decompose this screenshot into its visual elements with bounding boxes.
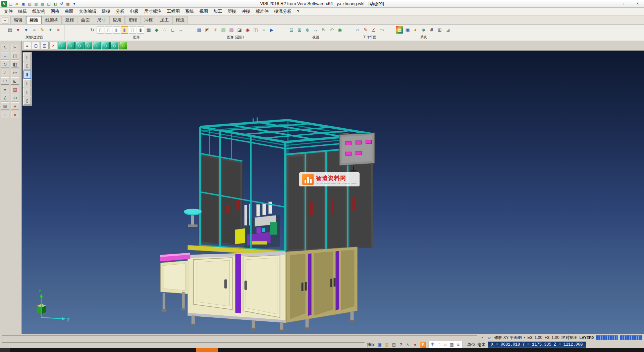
menu-item[interactable]: 建模 — [99, 8, 113, 15]
menu-item[interactable]: 塑模 — [225, 8, 239, 15]
menu-item[interactable]: ? — [294, 9, 302, 14]
rendered-cylinder-icon[interactable]: ▮ — [121, 26, 128, 34]
single-view-icon[interactable]: ▢ — [32, 42, 40, 49]
sogou-ime-icon[interactable]: S — [420, 342, 426, 348]
distance-icon[interactable]: ↤ — [11, 94, 19, 101]
trim-icon[interactable]: ∕ — [1, 69, 9, 76]
globe-icon[interactable]: ◐ — [412, 26, 419, 34]
workplane-icon[interactable]: ▱ — [354, 26, 361, 34]
pan-icon[interactable]: ↔ — [312, 26, 319, 34]
group-icon[interactable]: ⊞ — [1, 102, 9, 110]
shadows-icon[interactable]: ◪ — [236, 26, 243, 34]
view-cube-left-icon[interactable]: ◇ — [84, 42, 92, 49]
taskbar-start-fragment[interactable] — [0, 348, 10, 352]
view-cube-top-icon[interactable]: ◇ — [102, 42, 110, 49]
animation-icon[interactable]: ▶ — [268, 26, 275, 34]
menu-item[interactable]: 工程图 — [164, 8, 182, 15]
regen-icon[interactable]: ↻ — [89, 26, 96, 34]
view-cube-front-icon[interactable]: ◇ — [67, 42, 75, 49]
cylinder-select-icon[interactable]: ▮ — [23, 71, 31, 79]
modify-view-dropdown-icon[interactable]: ▾ — [524, 336, 526, 339]
print-status-icon[interactable]: ▤ — [391, 342, 397, 348]
move-icon[interactable]: ↔ — [1, 52, 9, 59]
view-cube-iso-icon[interactable]: ◇ — [58, 42, 66, 49]
clipboard-5-icon[interactable]: ▯ — [23, 97, 31, 105]
minimize-button[interactable]: ─ — [606, 0, 619, 7]
section-view-icon[interactable]: ◫ — [252, 26, 259, 34]
visi-logo-icon[interactable]: V — [1, 1, 7, 7]
ime-emoji-icon[interactable]: ☺ — [442, 342, 448, 348]
print-properties-icon[interactable]: ▤ — [6, 26, 14, 34]
ghost-cylinder-icon[interactable]: ▯ — [129, 26, 136, 34]
solid-display-icon[interactable]: ◆ — [153, 26, 160, 34]
dimension-display-icon[interactable]: ↔ — [177, 26, 184, 34]
materials-icon[interactable]: ◩ — [204, 26, 211, 34]
tab[interactable]: 线架构 — [42, 16, 62, 24]
save-all-icon[interactable]: ▩ — [65, 1, 71, 7]
undo-icon[interactable]: ↺ — [59, 1, 64, 7]
ime-punct-icon[interactable]: ’ — [436, 342, 442, 348]
export-icon[interactable]: ▥ — [33, 1, 39, 7]
view-cube-back-icon[interactable]: ◇ — [75, 42, 84, 49]
render-settings-icon[interactable]: ▩ — [196, 26, 203, 34]
split-view-icon[interactable]: ◫ — [41, 42, 49, 49]
layers-icon[interactable]: ≡ — [1, 86, 9, 93]
active-layer-label[interactable]: LAYER0 — [580, 336, 594, 340]
lights-icon[interactable]: ☀ — [212, 26, 219, 34]
cut-icon[interactable]: ✂ — [11, 44, 19, 51]
color-palette-icon[interactable]: ▦ — [396, 26, 403, 34]
menu-item[interactable]: 电极 — [127, 8, 141, 15]
cylinder-edges-icon[interactable]: ▮ — [137, 26, 144, 34]
menu-item[interactable]: 系统 — [182, 8, 197, 15]
extend-icon[interactable]: ↦ — [11, 69, 19, 76]
plane-mini-icon[interactable]: ▱ — [486, 335, 492, 341]
filter-red-icon[interactable]: ▼ — [14, 26, 22, 34]
monitor-icon[interactable]: ▣ — [404, 26, 411, 34]
select-status-icon[interactable]: ↖ — [405, 342, 411, 348]
layer-image-icon[interactable]: ≡ — [260, 26, 267, 34]
maximize-button[interactable]: □ — [619, 0, 631, 7]
dynamic-view-icon[interactable]: ◉ — [336, 26, 343, 34]
copy-icon[interactable]: ◫ — [11, 52, 19, 59]
zoom-in-icon[interactable]: ⊕ — [304, 26, 311, 34]
menu-item[interactable]: 实体编辑 — [76, 8, 99, 15]
filter-edit-icon[interactable]: ✎ — [39, 26, 46, 34]
rotate-icon[interactable]: ↻ — [1, 60, 9, 68]
menu-item[interactable]: 视图 — [197, 8, 211, 15]
tab[interactable]: 模流 — [172, 16, 188, 24]
new-file-icon[interactable]: ▢ — [8, 1, 13, 7]
tab[interactable]: 标准 — [26, 16, 42, 24]
points-icon[interactable]: ∴ — [161, 26, 168, 34]
tab[interactable]: 曲面 — [78, 16, 93, 24]
filter-blue-icon[interactable]: ▼ — [22, 26, 30, 34]
axes-display-icon[interactable]: ∟ — [169, 26, 176, 34]
tab[interactable]: 应用 — [109, 16, 125, 24]
angle-icon[interactable]: ∠ — [1, 94, 9, 101]
menu-item[interactable]: 网格 — [48, 8, 62, 15]
snapshot-icon[interactable]: ◉ — [244, 26, 251, 34]
taskbar-app-fragment[interactable] — [196, 348, 218, 352]
menu-item[interactable]: 标准件 — [253, 8, 271, 15]
clipboard-3-icon[interactable]: ▯ — [23, 79, 31, 87]
modify-view-label[interactable]: 修改 XY 平面图 — [494, 335, 522, 341]
menu-item[interactable]: 编辑 — [15, 8, 30, 15]
hide-icon[interactable]: ◌ — [1, 111, 9, 118]
zoom-fit-icon[interactable]: ⊡ — [288, 26, 295, 34]
workplane-origin-icon[interactable]: ∠ — [370, 26, 377, 34]
delete-view-icon[interactable]: × — [49, 42, 57, 49]
mirror-icon[interactable]: ◧ — [11, 60, 19, 68]
erase-icon[interactable]: × — [11, 111, 19, 118]
refresh-system-icon[interactable]: ∗ — [420, 26, 427, 34]
tab[interactable]: 冲模 — [141, 16, 156, 24]
palette-status-icon[interactable]: ▨ — [384, 342, 390, 348]
menu-item[interactable]: 模流分析 — [271, 8, 294, 15]
orbit-icon[interactable]: ◔ — [479, 335, 485, 341]
zoom-window-icon[interactable]: ⊞ — [296, 26, 303, 34]
solid-cube-icon[interactable]: ◧ — [52, 1, 58, 7]
chamfer-icon[interactable]: ◣ — [11, 77, 19, 85]
absolute-view-label[interactable]: 绝对视图 — [561, 335, 578, 341]
hatch-icon[interactable]: ▨ — [11, 86, 19, 93]
clipboard-1-icon[interactable]: ▯ — [23, 53, 31, 61]
print-icon[interactable]: ▤ — [27, 1, 33, 7]
tab[interactable]: 塑模 — [125, 16, 141, 24]
